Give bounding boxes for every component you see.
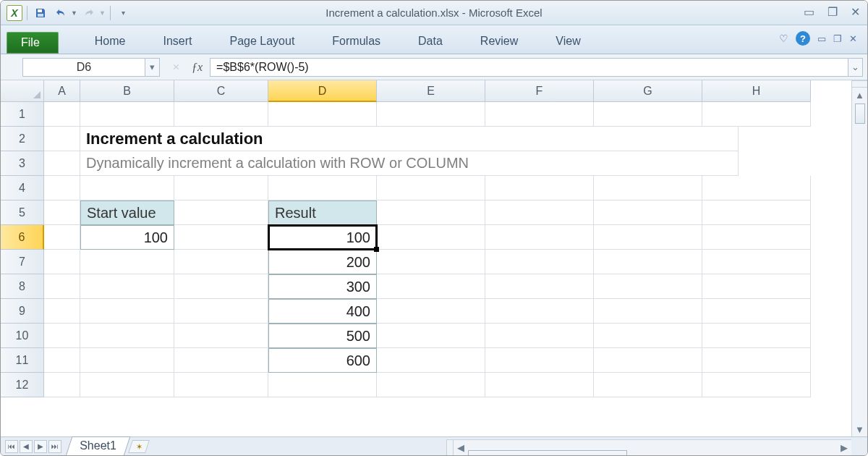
cell-D8[interactable]: 300 [268, 274, 377, 299]
scroll-right-icon[interactable]: ▶ [837, 442, 851, 453]
row-header-8[interactable]: 8 [1, 274, 44, 299]
row-header-11[interactable]: 11 [1, 348, 44, 373]
row-header-5[interactable]: 5 [1, 200, 44, 225]
save-button[interactable] [32, 4, 49, 22]
qat-separator [27, 6, 27, 20]
scroll-up-icon[interactable]: ▲ [855, 88, 864, 102]
row-headers: 1 2 3 4 5 6 7 8 9 10 11 12 [1, 102, 44, 397]
col-header-C[interactable]: C [174, 80, 268, 102]
undo-dropdown-icon[interactable]: ▼ [71, 9, 77, 17]
cancel-formula-icon[interactable]: ⨯ [167, 59, 184, 76]
column-headers: A B C D E F G H [44, 80, 811, 102]
scroll-left-icon[interactable]: ◀ [454, 442, 468, 453]
name-box-dropdown[interactable]: ▾ [145, 58, 160, 77]
file-tab[interactable]: File [7, 32, 59, 54]
row-header-1[interactable]: 1 [1, 102, 44, 127]
formula-bar-expand[interactable]: ⌄ [848, 58, 863, 77]
restore-button[interactable]: ❐ [827, 5, 838, 19]
qat-separator-2 [110, 6, 111, 20]
row-header-9[interactable]: 9 [1, 299, 44, 324]
col-header-A[interactable]: A [44, 80, 80, 102]
row-header-2[interactable]: 2 [1, 127, 44, 151]
window-controls: ▭ ❐ ✕ [804, 5, 860, 19]
formula-bar[interactable] [210, 58, 848, 77]
tab-formulas[interactable]: Formulas [313, 29, 399, 54]
v-scroll-thumb[interactable] [855, 104, 865, 124]
ribbon-tools: ♡ ? ▭ ❐ ✕ [779, 31, 857, 46]
col-header-H[interactable]: H [702, 80, 811, 102]
workbook-restore-button[interactable]: ❐ [833, 33, 842, 44]
col-header-E[interactable]: E [377, 80, 485, 102]
tab-home[interactable]: Home [76, 29, 145, 54]
sheet-tab-sheet1[interactable]: Sheet1 [66, 436, 130, 456]
redo-button[interactable] [80, 4, 98, 22]
cell-B6[interactable]: 100 [80, 225, 174, 250]
tab-data[interactable]: Data [399, 29, 461, 54]
row-header-7[interactable]: 7 [1, 250, 44, 274]
help-button[interactable]: ? [796, 31, 810, 46]
tab-view[interactable]: View [537, 29, 599, 54]
row-header-4[interactable]: 4 [1, 176, 44, 200]
row-header-12[interactable]: 12 [1, 373, 44, 397]
cell-D6[interactable]: 100 [268, 225, 377, 250]
col-header-B[interactable]: B [80, 80, 174, 102]
horizontal-scrollbar[interactable]: ◀ ▶ [446, 439, 851, 455]
result-header[interactable]: Result [268, 200, 377, 225]
col-header-G[interactable]: G [594, 80, 702, 102]
tab-review[interactable]: Review [461, 29, 537, 54]
title-bar: X ▼ ▼ ▾ Increment a calculation.xlsx - M… [1, 1, 867, 25]
cell-D7[interactable]: 200 [268, 250, 377, 274]
start-value-header[interactable]: Start value [80, 200, 174, 225]
v-split-handle[interactable] [852, 80, 867, 88]
qat-customize-button[interactable]: ▾ [115, 4, 132, 22]
workbook-close-button[interactable]: ✕ [849, 33, 857, 44]
row-header-6[interactable]: 6 [1, 225, 44, 250]
sheet-nav-first[interactable]: ⏮ [5, 440, 18, 453]
sheet-title: Increment a calculation [86, 130, 263, 148]
cell-grid[interactable]: Increment a calculation Dynamically incr… [44, 102, 851, 436]
svg-rect-0 [38, 9, 42, 12]
row-header-3[interactable]: 3 [1, 151, 44, 176]
workbook-minimize-button[interactable]: ▭ [817, 33, 826, 44]
h-scroll-thumb[interactable] [468, 450, 627, 457]
row-header-10[interactable]: 10 [1, 324, 44, 348]
formula-bar-row: ▾ ⨯ ƒx ⌄ [1, 54, 867, 80]
sheet-nav-last[interactable]: ⏭ [48, 440, 61, 453]
redo-dropdown-icon[interactable]: ▼ [99, 9, 106, 17]
new-sheet-button[interactable]: ✶ [128, 440, 150, 453]
scroll-down-icon[interactable]: ▼ [855, 422, 864, 436]
sheet-nav-buttons: ⏮ ◀ ▶ ⏭ [5, 440, 61, 453]
undo-button[interactable] [52, 4, 69, 22]
cell-D9[interactable]: 400 [268, 299, 377, 324]
h-split-handle[interactable] [446, 440, 454, 455]
ribbon-min-icon[interactable]: ♡ [779, 33, 788, 44]
col-header-D[interactable]: D [268, 80, 377, 102]
cell-D11[interactable]: 600 [268, 348, 377, 373]
close-button[interactable]: ✕ [851, 5, 860, 19]
worksheet-area: A B C D E F G H 1 2 3 4 5 6 7 8 9 10 11 … [1, 80, 867, 436]
tab-insert[interactable]: Insert [144, 29, 210, 54]
sheet-nav-next[interactable]: ▶ [34, 440, 47, 453]
name-box[interactable] [22, 58, 145, 77]
ribbon: File Home Insert Page Layout Formulas Da… [1, 25, 867, 54]
vertical-scrollbar[interactable]: ▲ ▼ [851, 80, 867, 436]
sheet-tab-bar: ⏮ ◀ ▶ ⏭ Sheet1 ✶ ◀ ▶ [1, 436, 867, 455]
sheet-subtitle: Dynamically increment a calculation with… [86, 155, 469, 172]
select-all-corner[interactable] [1, 80, 44, 102]
quick-access-toolbar: X ▼ ▼ ▾ [1, 4, 132, 22]
svg-rect-1 [38, 14, 43, 17]
sheet-nav-prev[interactable]: ◀ [20, 440, 33, 453]
excel-logo-icon: X [7, 5, 22, 21]
minimize-button[interactable]: ▭ [804, 5, 814, 19]
cell-D10[interactable]: 500 [268, 324, 377, 348]
fx-icon[interactable]: ƒx [192, 61, 203, 74]
tab-page-layout[interactable]: Page Layout [210, 29, 313, 54]
col-header-F[interactable]: F [485, 80, 594, 102]
